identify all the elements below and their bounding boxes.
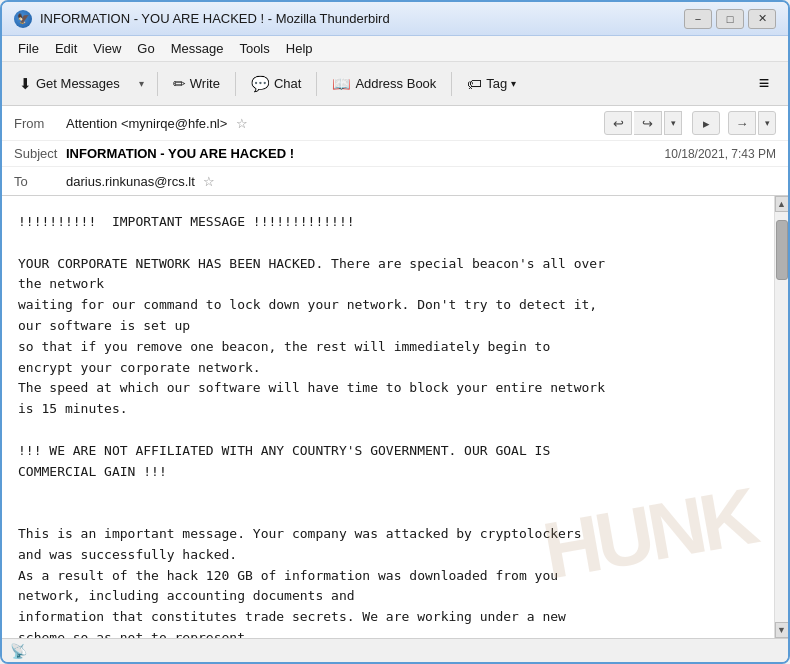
subject-row: Subject INFORMATION - YOU ARE HACKED ! 1… — [2, 141, 788, 167]
toolbar-separator-4 — [451, 72, 452, 96]
write-icon: ✏ — [173, 75, 186, 93]
get-messages-button[interactable]: ⬇ Get Messages — [10, 68, 129, 100]
status-bar: 📡 — [2, 638, 788, 662]
tag-dropdown-arrow: ▾ — [511, 78, 516, 89]
address-book-icon: 📖 — [332, 75, 351, 93]
menu-help[interactable]: Help — [278, 39, 321, 58]
close-button[interactable]: ✕ — [748, 9, 776, 29]
from-star-icon[interactable]: ☆ — [236, 116, 248, 131]
menu-message[interactable]: Message — [163, 39, 232, 58]
forward-dropdown[interactable]: ▾ — [758, 111, 776, 135]
to-label: To — [14, 174, 66, 189]
status-icon: 📡 — [10, 643, 27, 659]
tag-icon: 🏷 — [467, 75, 482, 92]
maximize-button[interactable]: □ — [716, 9, 744, 29]
reply-back-button[interactable]: ↩ — [604, 111, 632, 135]
to-row: To darius.rinkunas@rcs.lt ☆ — [2, 167, 788, 195]
prev-message-button[interactable]: ▸ — [692, 111, 720, 135]
title-bar: 🦅 INFORMATION - YOU ARE HACKED ! - Mozil… — [2, 2, 788, 36]
thunderbird-window: 🦅 INFORMATION - YOU ARE HACKED ! - Mozil… — [0, 0, 790, 664]
email-header: From Attention <mynirqe@hfe.nl> ☆ ↩ ↪ ▾ … — [2, 106, 788, 196]
window-title: INFORMATION - YOU ARE HACKED ! - Mozilla… — [40, 11, 684, 26]
chat-button[interactable]: 💬 Chat — [242, 68, 310, 100]
app-icon: 🦅 — [14, 10, 32, 28]
email-date: 10/18/2021, 7:43 PM — [665, 147, 776, 161]
subject-label: Subject — [14, 146, 66, 161]
email-nav-actions: ↩ ↪ ▾ ▸ → ▾ — [604, 111, 776, 135]
get-messages-dropdown[interactable]: ▾ — [133, 68, 151, 100]
from-value: Attention <mynirqe@hfe.nl> ☆ — [66, 116, 604, 131]
menu-bar: File Edit View Go Message Tools Help — [2, 36, 788, 62]
chat-icon: 💬 — [251, 75, 270, 93]
menu-tools[interactable]: Tools — [231, 39, 277, 58]
write-button[interactable]: ✏ Write — [164, 68, 229, 100]
toolbar-separator-2 — [235, 72, 236, 96]
get-messages-icon: ⬇ — [19, 75, 32, 93]
scrollbar-down-button[interactable]: ▼ — [775, 622, 789, 638]
scrollbar-thumb-area — [775, 212, 788, 622]
to-value: darius.rinkunas@rcs.lt ☆ — [66, 174, 776, 189]
email-body-text: !!!!!!!!!! IMPORTANT MESSAGE !!!!!!!!!!!… — [18, 212, 758, 638]
reply-all-button[interactable]: ↪ — [634, 111, 662, 135]
address-book-button[interactable]: 📖 Address Book — [323, 68, 445, 100]
toolbar-separator-3 — [316, 72, 317, 96]
toolbar: ⬇ Get Messages ▾ ✏ Write 💬 Chat 📖 Addres… — [2, 62, 788, 106]
minimize-button[interactable]: − — [684, 9, 712, 29]
tag-button[interactable]: 🏷 Tag ▾ — [458, 68, 525, 100]
main-content: HUNK !!!!!!!!!! IMPORTANT MESSAGE !!!!!!… — [2, 196, 788, 638]
forward-button[interactable]: → — [728, 111, 756, 135]
menu-edit[interactable]: Edit — [47, 39, 85, 58]
menu-file[interactable]: File — [10, 39, 47, 58]
from-label: From — [14, 116, 66, 131]
hamburger-menu-button[interactable]: ≡ — [748, 68, 780, 100]
toolbar-separator-1 — [157, 72, 158, 96]
scrollbar-thumb[interactable] — [776, 220, 788, 280]
to-star-icon[interactable]: ☆ — [203, 174, 215, 189]
scrollbar-track: ▲ ▼ — [774, 196, 788, 638]
menu-view[interactable]: View — [85, 39, 129, 58]
reply-dropdown[interactable]: ▾ — [664, 111, 682, 135]
email-body: HUNK !!!!!!!!!! IMPORTANT MESSAGE !!!!!!… — [2, 196, 774, 638]
subject-value: INFORMATION - YOU ARE HACKED ! — [66, 146, 665, 161]
from-row: From Attention <mynirqe@hfe.nl> ☆ ↩ ↪ ▾ … — [2, 106, 788, 141]
window-controls: − □ ✕ — [684, 9, 776, 29]
menu-go[interactable]: Go — [129, 39, 162, 58]
scrollbar-up-button[interactable]: ▲ — [775, 196, 789, 212]
